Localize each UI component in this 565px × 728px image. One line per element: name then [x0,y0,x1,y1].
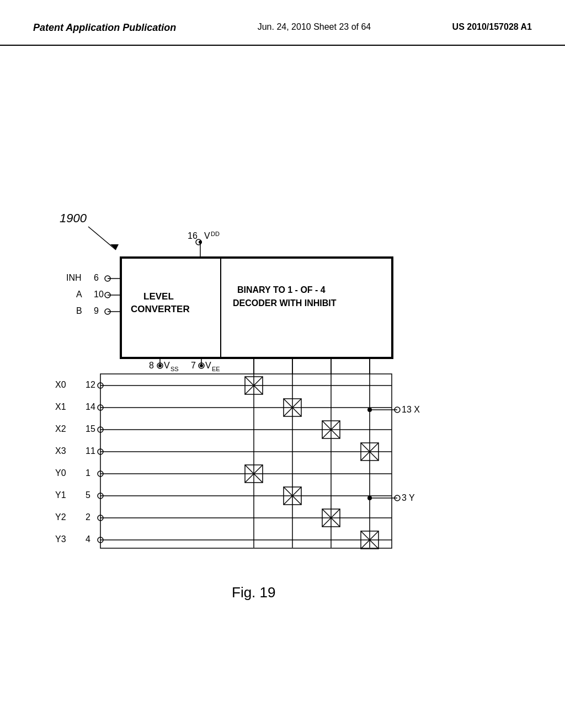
svg-text:A: A [76,290,82,299]
svg-line-0 [88,227,116,250]
svg-text:3   Y: 3 Y [402,493,415,502]
svg-text:X0: X0 [55,380,66,389]
svg-text:Y3: Y3 [55,534,66,544]
svg-text:X1: X1 [55,402,66,411]
sheet-info: Jun. 24, 2010 Sheet 23 of 64 [258,22,371,32]
svg-text:BINARY TO 1 - OF - 4: BINARY TO 1 - OF - 4 [237,285,326,295]
ref-number: 1900 [60,211,87,225]
svg-text:V: V [205,361,211,370]
svg-text:15: 15 [86,424,95,433]
svg-text:Fig. 19: Fig. 19 [232,584,276,601]
svg-point-52 [367,408,372,412]
svg-rect-113 [100,374,392,548]
svg-text:6: 6 [94,273,99,282]
svg-point-56 [367,496,372,500]
svg-text:4: 4 [86,534,90,544]
svg-text:LEVEL: LEVEL [143,291,174,302]
patent-number: US 2010/157028 A1 [452,22,532,32]
svg-text:V: V [204,231,210,240]
svg-text:11: 11 [86,446,95,456]
svg-text:Y2: Y2 [55,512,66,522]
svg-text:5: 5 [86,490,90,500]
svg-text:V: V [164,361,170,370]
svg-text:X3: X3 [55,446,66,456]
svg-text:Y0: Y0 [55,468,66,478]
svg-point-7 [199,240,202,244]
svg-text:INH: INH [66,273,82,282]
svg-text:16: 16 [188,231,198,240]
svg-text:14: 14 [86,402,95,411]
svg-text:7: 7 [191,361,196,370]
svg-text:EE: EE [212,366,220,372]
svg-text:8: 8 [149,361,154,370]
svg-text:9: 9 [94,306,99,315]
svg-text:Y1: Y1 [55,490,66,500]
svg-text:X2: X2 [55,424,66,433]
svg-text:2: 2 [86,512,90,522]
svg-text:SS: SS [170,366,179,372]
svg-text:10: 10 [94,290,104,299]
svg-text:B: B [76,306,82,315]
svg-text:CONVERTER: CONVERTER [131,304,190,314]
svg-text:DD: DD [211,231,220,237]
svg-text:12: 12 [86,380,95,389]
diagram-area: 1900 16 V DD LEVEL CONVERTER BINARY TO 1… [0,46,565,697]
svg-text:13  X: 13 X [402,405,420,414]
svg-text:DECODER WITH INHIBIT: DECODER WITH INHIBIT [233,298,337,308]
svg-rect-11 [221,258,392,357]
svg-text:1: 1 [86,468,90,478]
publication-label: Patent Application Publication [33,22,176,34]
